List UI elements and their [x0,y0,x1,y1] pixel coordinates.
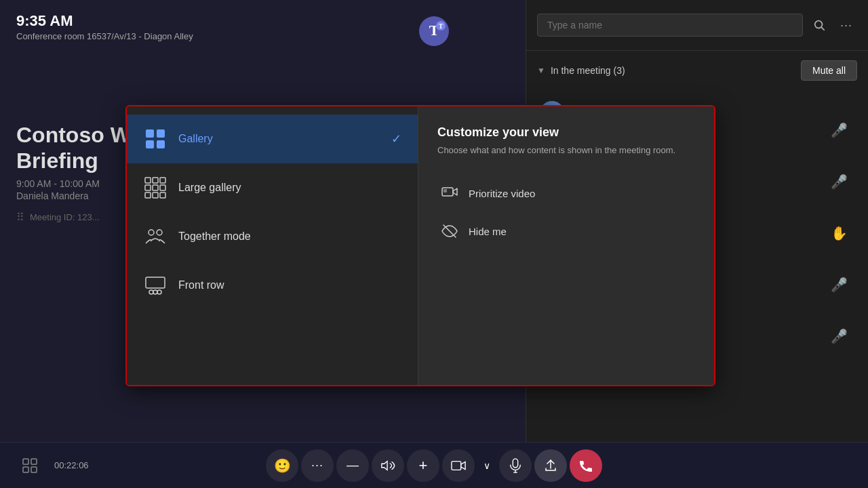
svg-rect-28 [23,459,28,464]
end-call-button[interactable] [570,449,602,482]
customize-view-popup: Gallery ✓ Large gallery [125,105,715,386]
prioritize-video-option[interactable]: Prioritize video [437,174,695,212]
bottom-toolbar: 00:22:06 🙂 ··· — + ∨ [0,442,868,488]
svg-rect-29 [31,459,37,464]
add-participant-button[interactable]: + [407,449,439,482]
svg-rect-31 [31,467,37,472]
room-info: Conference room 16537/Av/13 - Diagon All… [16,31,193,41]
large-gallery-label: Large gallery [178,182,401,194]
view-option-large-gallery[interactable]: Large gallery [127,163,418,212]
customize-pane: Customize your view Choose what and how … [418,106,714,385]
prioritize-video-icon [440,184,459,203]
prioritize-video-label: Prioritize video [469,188,535,199]
svg-rect-30 [23,467,28,472]
svg-text:T: T [439,22,443,30]
teams-logo: T T [418,15,450,47]
grid-view-button[interactable] [16,452,43,479]
svg-point-19 [149,230,154,235]
svg-rect-14 [153,185,158,190]
search-icon-button[interactable] [808,14,830,36]
audio-button[interactable] [372,449,404,482]
view-option-together-mode[interactable]: Together mode [127,212,418,261]
svg-rect-17 [153,192,158,198]
in-meeting-header: ▼ In the meeting (3) Mute all [526,51,868,90]
minimize-button[interactable]: — [336,449,369,482]
svg-rect-21 [146,277,165,288]
svg-rect-35 [513,458,517,467]
share-content-button[interactable] [534,449,567,482]
svg-rect-7 [157,129,165,138]
hide-me-icon [440,222,459,241]
selected-check-icon: ✓ [391,131,401,146]
mic-icon-2: 🎤 [831,174,848,190]
mic-icon-1: 🎤 [831,122,848,138]
hide-me-option[interactable]: Hide me [437,212,695,250]
search-input[interactable] [537,14,803,37]
mic-icon-3: 🎤 [831,277,848,293]
front-row-icon [143,273,167,298]
mute-all-button[interactable]: Mute all [801,60,857,81]
gallery-label: Gallery [178,133,380,145]
microphone-button[interactable] [499,449,532,482]
svg-point-20 [157,230,162,235]
svg-rect-26 [443,189,447,192]
top-left-info: 9:35 AM Conference room 16537/Av/13 - Di… [16,12,193,41]
chevron-down-icon: ▼ [537,66,545,75]
together-mode-label: Together mode [178,230,401,243]
current-time: 9:35 AM [16,12,193,30]
more-options-button[interactable]: ··· [835,14,857,36]
svg-line-5 [821,27,824,30]
call-timer: 00:22:06 [54,460,89,470]
mic-icon-4: 🎤 [831,328,848,344]
customize-subtitle: Choose what and how content is shown in … [437,145,695,155]
front-row-label: Front row [178,279,401,291]
gallery-icon [143,127,167,151]
right-participant-controls: 🎤 🎤 ✋ 🎤 🎤 [831,122,848,344]
in-meeting-label: ▼ In the meeting (3) [537,65,625,76]
camera-options-chevron[interactable]: ∨ [477,456,496,475]
svg-rect-15 [160,185,165,190]
view-options-pane: Gallery ✓ Large gallery [127,106,418,385]
svg-point-22 [149,290,153,294]
svg-marker-34 [461,462,465,469]
svg-rect-33 [452,461,461,470]
svg-marker-32 [382,461,387,470]
together-mode-icon [143,224,167,249]
svg-rect-11 [153,178,158,183]
svg-rect-8 [146,140,154,148]
emoji-reaction-button[interactable]: 🙂 [266,449,298,482]
svg-rect-6 [146,129,154,138]
search-bar-container: ··· [526,0,868,51]
svg-rect-18 [160,192,165,198]
svg-rect-16 [145,192,151,198]
camera-button[interactable] [442,449,475,482]
svg-rect-9 [157,140,165,148]
customize-title: Customize your view [437,125,695,140]
svg-rect-12 [160,178,165,183]
svg-rect-10 [145,178,151,183]
view-option-gallery[interactable]: Gallery ✓ [127,115,418,163]
view-option-front-row[interactable]: Front row [127,261,418,310]
hide-me-label: Hide me [469,226,507,237]
svg-point-23 [157,290,161,294]
large-gallery-icon [143,176,167,200]
svg-point-24 [153,290,157,294]
svg-rect-13 [145,185,151,190]
more-options-toolbar-button[interactable]: ··· [301,449,334,482]
raise-hand-icon: ✋ [831,225,848,241]
